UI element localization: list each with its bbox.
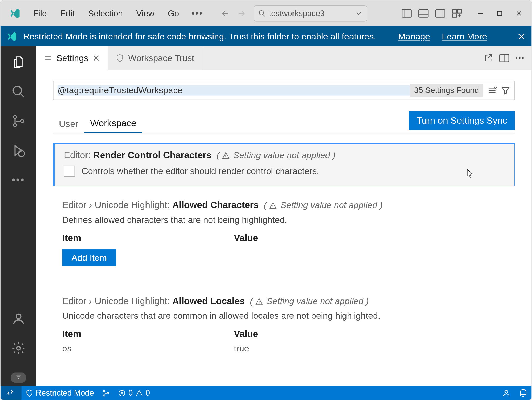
banner-close-button[interactable]	[517, 32, 526, 41]
settings-search-input[interactable]	[58, 85, 410, 96]
svg-point-16	[13, 86, 21, 95]
layout-panel-button[interactable]	[416, 6, 431, 21]
restricted-mode-banner: Restricted Mode is intended for safe cod…	[1, 26, 532, 46]
scope-workspace-tab[interactable]: Workspace	[84, 114, 142, 133]
layout-sidebar-right-button[interactable]	[433, 6, 448, 21]
svg-rect-8	[453, 14, 456, 17]
svg-rect-7	[453, 10, 456, 13]
command-center-text: testworkspace3	[269, 9, 351, 18]
shield-icon	[26, 389, 33, 397]
settings-found-count: 35 Settings Found	[410, 84, 483, 97]
tab-label: Workspace Trust	[128, 53, 194, 63]
svg-rect-11	[497, 11, 502, 16]
svg-point-40	[103, 390, 105, 391]
status-source-control[interactable]	[98, 386, 114, 400]
command-center[interactable]: testworkspace3	[254, 5, 367, 22]
setting-category: Editor › Unicode Highlight:	[62, 200, 172, 210]
status-remote-button[interactable]	[1, 386, 22, 400]
status-feedback[interactable]	[498, 389, 515, 397]
setting-name: Allowed Characters	[172, 200, 259, 210]
editor-tabs: Settings Workspace Trust •••	[36, 46, 531, 70]
svg-point-21	[16, 314, 21, 319]
activity-overflow[interactable]: •••	[10, 172, 27, 189]
status-notifications[interactable]	[515, 389, 532, 397]
nav-forward-button[interactable]	[236, 8, 247, 19]
setting-allowed-characters[interactable]: Editor › Unicode Highlight: Allowed Char…	[53, 194, 515, 275]
svg-rect-9	[457, 10, 461, 13]
nav-back-button[interactable]	[220, 8, 231, 19]
vscode-logo-icon	[6, 31, 17, 42]
banner-learn-more-link[interactable]: Learn More	[442, 31, 487, 42]
setting-render-control-characters[interactable]: Editor: Render Control Characters ( Sett…	[53, 143, 515, 186]
svg-point-18	[13, 124, 16, 127]
banner-manage-link[interactable]: Manage	[398, 31, 430, 42]
svg-point-19	[20, 120, 23, 123]
tab-label: Settings	[56, 53, 88, 63]
activity-source-control[interactable]	[10, 113, 27, 130]
window-maximize-button[interactable]	[494, 8, 506, 19]
warning-icon	[255, 298, 263, 305]
activity-bar: •••	[1, 46, 36, 386]
table-header-value: Value	[234, 232, 258, 243]
open-settings-json-button[interactable]	[483, 53, 494, 63]
settings-sync-button[interactable]: Turn on Settings Sync	[409, 111, 515, 130]
window-minimize-button[interactable]	[474, 8, 486, 19]
table-row[interactable]: ostrue	[62, 344, 506, 354]
setting-name: Render Control Characters	[93, 150, 211, 160]
error-icon	[118, 389, 126, 397]
setting-name: Allowed Locales	[172, 296, 245, 306]
warning-icon	[222, 152, 230, 159]
settings-list[interactable]: Editor: Render Control Characters ( Sett…	[53, 143, 515, 386]
setting-checkbox[interactable]	[64, 166, 75, 177]
table-cell-item: os	[62, 344, 234, 354]
svg-point-22	[17, 346, 20, 350]
status-restricted-mode[interactable]: Restricted Mode	[22, 386, 98, 400]
scope-user-tab[interactable]: User	[53, 115, 84, 133]
tab-settings[interactable]: Settings	[36, 46, 108, 70]
setting-category: Editor:	[64, 150, 93, 160]
menu-edit[interactable]: Edit	[54, 6, 81, 21]
setting-warning: Setting value not applied	[233, 150, 330, 160]
activity-manage[interactable]	[10, 340, 27, 357]
settings-icon	[44, 54, 52, 62]
menu-go[interactable]: Go	[162, 6, 185, 21]
close-icon[interactable]	[92, 54, 100, 62]
activity-explorer[interactable]	[10, 54, 27, 71]
shield-icon	[116, 54, 124, 62]
menu-overflow[interactable]: •••	[187, 6, 208, 21]
setting-allowed-locales[interactable]: Editor › Unicode Highlight: Allowed Loca…	[53, 290, 515, 363]
search-icon	[258, 10, 266, 17]
activity-accounts[interactable]	[10, 310, 27, 327]
menu-file[interactable]: File	[27, 6, 53, 21]
table-cell-value: true	[234, 344, 249, 354]
chevron-down-icon	[355, 10, 362, 17]
setting-category: Editor › Unicode Highlight:	[62, 296, 172, 306]
warning-icon	[269, 202, 277, 209]
add-item-button[interactable]: Add Item	[62, 249, 116, 266]
activity-run-debug[interactable]	[10, 142, 27, 159]
filter-icon[interactable]	[501, 86, 510, 95]
setting-warning: Setting value not applied	[267, 296, 363, 306]
banner-text: Restricted Mode is intended for safe cod…	[23, 31, 376, 42]
tab-actions-overflow[interactable]: •••	[515, 54, 525, 62]
clear-search-icon[interactable]	[487, 86, 497, 95]
settings-search[interactable]: 35 Settings Found	[53, 81, 515, 100]
svg-rect-5	[436, 10, 445, 17]
layout-sidebar-left-button[interactable]	[400, 6, 414, 21]
activity-search[interactable]	[10, 83, 27, 100]
svg-rect-3	[419, 10, 428, 17]
window-close-button[interactable]	[513, 8, 525, 19]
activity-filter-badge[interactable]	[10, 369, 27, 386]
menu-view[interactable]: View	[130, 6, 160, 21]
tab-workspace-trust[interactable]: Workspace Trust	[108, 46, 202, 70]
title-bar: File Edit Selection View Go ••• testwork…	[1, 1, 532, 26]
svg-point-0	[259, 11, 263, 15]
split-editor-button[interactable]	[499, 53, 509, 63]
menu-selection[interactable]: Selection	[82, 6, 129, 21]
svg-rect-1	[402, 10, 411, 17]
customize-layout-button[interactable]	[450, 6, 464, 21]
svg-point-41	[103, 394, 105, 396]
status-warning-count: 0	[145, 388, 150, 398]
table-header-item: Item	[62, 232, 234, 243]
status-problems[interactable]: 0 0	[114, 386, 154, 400]
